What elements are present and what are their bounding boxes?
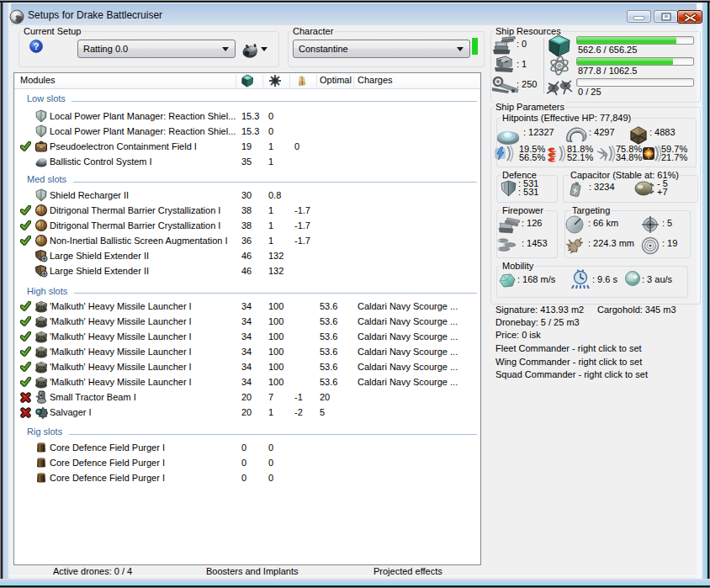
svg-text:?: ? [34, 41, 40, 51]
